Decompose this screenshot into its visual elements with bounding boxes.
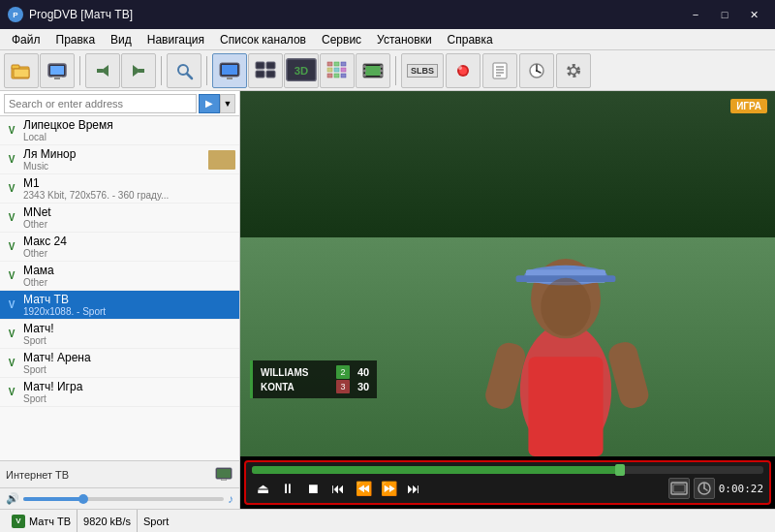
channel-item-2[interactable]: VМ12343 Kbit, 720x576. - 360 граду... (0, 174, 239, 203)
screen-normal-button[interactable] (212, 53, 247, 88)
video-area[interactable]: ИГРА WILLIAMS 2 40 KONTA 3 30 (240, 91, 775, 456)
forward-button[interactable]: ⏩ (378, 478, 399, 499)
pause-button[interactable]: ⏸ (277, 478, 298, 499)
tv-button[interactable] (40, 53, 75, 88)
player-controls: ⏏ ⏸ ⏹ ⏮ ⏪ ⏩ ⏭ (244, 460, 771, 505)
menu-view[interactable]: Вид (103, 29, 140, 49)
channel-thumbnail (208, 150, 235, 170)
svg-line-12 (187, 74, 192, 78)
channel-item-5[interactable]: VМамаOther (0, 262, 239, 291)
forward-button[interactable] (121, 53, 156, 88)
status-category: Sport (143, 516, 169, 527)
svg-rect-65 (605, 339, 651, 411)
channel-sub: Other (23, 248, 235, 259)
channel-item-8[interactable]: VМатч! АренаSport (0, 349, 239, 378)
settings-button[interactable] (556, 53, 591, 88)
svg-text:3D: 3D (294, 64, 308, 76)
toolbar-separator-3 (206, 56, 207, 85)
search-play-button[interactable]: ▶ (199, 94, 220, 113)
channel-item-0[interactable]: VЛипецкое ВремяLocal (0, 116, 239, 145)
toolbar-separator-4 (395, 56, 396, 85)
score-overlay: WILLIAMS 2 40 KONTA 3 30 (250, 360, 377, 398)
screen-multi-button[interactable] (248, 53, 283, 88)
svg-rect-26 (334, 68, 339, 72)
channel-icon: V (4, 210, 19, 226)
window-controls: − □ ✕ (682, 5, 767, 24)
channel-item-9[interactable]: VМатч! ИграSport (0, 378, 239, 407)
screen-tiles-button[interactable] (320, 53, 355, 88)
slbs-button[interactable]: SLBS (401, 53, 444, 88)
aspect-ratio-button[interactable] (668, 478, 690, 499)
minimize-button[interactable]: − (682, 5, 709, 24)
svg-point-35 (363, 74, 366, 77)
refresh-button[interactable] (167, 53, 202, 88)
menu-settings[interactable]: Установки (369, 29, 439, 49)
window-title: ProgDVB [Матч ТВ] (29, 8, 133, 21)
channel-name: М1 (23, 176, 235, 190)
channel-item-7[interactable]: VМатч!Sport (0, 320, 239, 349)
status-channel-name: Матч ТВ (29, 516, 71, 527)
channel-sub: Sport (23, 364, 235, 375)
menu-bar: Файл Правка Вид Навигация Список каналов… (0, 29, 775, 50)
next-button[interactable]: ⏭ (403, 478, 424, 499)
open-button[interactable] (4, 53, 39, 88)
volume-slider[interactable] (23, 497, 224, 501)
eject-button[interactable]: ⏏ (252, 478, 273, 499)
svg-point-33 (363, 65, 366, 68)
channel-item-1[interactable]: VЛя МинорMusic (0, 145, 239, 174)
channel-item-4[interactable]: VМакс 24Other (0, 233, 239, 262)
svg-rect-14 (222, 65, 237, 75)
internet-tv-icon[interactable] (214, 465, 233, 485)
record-button[interactable] (446, 53, 480, 88)
svg-rect-30 (341, 74, 346, 78)
channel-item-6[interactable]: VМатч ТВ1920x1088. - Sport (0, 291, 239, 320)
svg-rect-6 (52, 77, 62, 78)
main-area: ▶ ▼ VЛипецкое ВремяLocalVЛя МинорMusicVМ… (0, 91, 775, 509)
channel-icon: V (4, 268, 19, 284)
time-display: 0:00:22 (719, 483, 763, 495)
svg-rect-1 (12, 65, 19, 69)
svg-rect-16 (256, 62, 264, 69)
clock-button[interactable] (694, 478, 715, 499)
channel-name: Матч! Игра (23, 380, 235, 393)
volume-icon: 🔊 (6, 492, 19, 505)
svg-point-62 (541, 278, 590, 336)
menu-navigate[interactable]: Навигация (140, 29, 212, 49)
svg-rect-18 (256, 71, 264, 78)
back-button[interactable] (85, 53, 120, 88)
search-input[interactable] (4, 94, 197, 113)
channel-name: Матч! Арена (23, 351, 235, 364)
channel-name: Матч! (23, 322, 235, 335)
schedule-button[interactable] (519, 53, 554, 88)
svg-rect-15 (227, 78, 232, 79)
prev-button[interactable]: ⏮ (327, 478, 349, 499)
menu-service[interactable]: Сервис (314, 29, 369, 49)
igra-badge: ИГРА (730, 99, 767, 113)
maximize-button[interactable]: □ (711, 5, 738, 24)
player1-game: 40 (357, 366, 369, 378)
stop-button[interactable]: ⏹ (302, 478, 324, 499)
channel-sub: Sport (23, 335, 235, 346)
rewind-button[interactable]: ⏪ (353, 478, 374, 499)
channel-icon: V (4, 239, 19, 255)
close-button[interactable]: ✕ (740, 5, 767, 24)
channel-name: Макс 24 (23, 235, 235, 248)
screen-3d-button[interactable]: 3D (284, 53, 319, 88)
svg-point-34 (363, 69, 366, 72)
svg-rect-28 (327, 74, 332, 78)
menu-edit[interactable]: Правка (48, 29, 104, 49)
menu-help[interactable]: Справка (440, 29, 501, 49)
channel-icon: V (4, 181, 19, 197)
channel-item-3[interactable]: VMNetOther (0, 203, 239, 233)
svg-rect-42 (493, 63, 507, 78)
volume-slider-area: 🔊 ♪ (0, 487, 239, 509)
playlist-button[interactable] (482, 53, 517, 88)
menu-channels[interactable]: Список каналов (212, 29, 314, 49)
menu-file[interactable]: Файл (4, 29, 48, 49)
progress-bar[interactable] (252, 466, 763, 474)
internet-tv-label: Интернет ТВ (6, 469, 210, 481)
svg-rect-54 (217, 469, 231, 478)
search-dropdown-button[interactable]: ▼ (220, 94, 235, 113)
screen-film-button[interactable] (356, 53, 390, 88)
player2-set1: 3 (336, 380, 350, 393)
